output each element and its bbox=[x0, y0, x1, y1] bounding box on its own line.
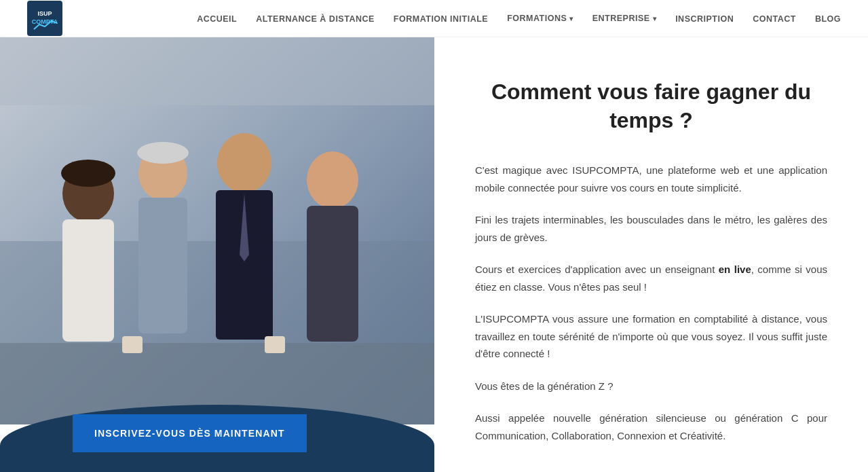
nav-item-inscription[interactable]: INSCRIPTION bbox=[675, 12, 734, 24]
content-paragraph-4: L'ISUPCOMPTA vous assure une formation e… bbox=[475, 310, 827, 363]
nav-link-contact[interactable]: CONTACT bbox=[753, 14, 796, 24]
content-paragraph-6: Aussi appelée nouvelle génération silenc… bbox=[475, 410, 827, 444]
nav-item-accueil[interactable]: ACCUEIL bbox=[197, 12, 237, 24]
svg-rect-10 bbox=[138, 198, 187, 333]
left-panel: INSCRIVEZ-VOUS DÈS MAINTENANT bbox=[0, 37, 434, 472]
section-title: Comment vous faire gagner du temps ? bbox=[475, 78, 827, 134]
nav-link-formation-initiale[interactable]: FORMATION INITIALE bbox=[394, 14, 488, 24]
nav-item-blog[interactable]: BLOG bbox=[815, 12, 841, 24]
svg-rect-7 bbox=[62, 219, 114, 342]
nav-item-entreprise[interactable]: ENTREPRISE bbox=[592, 14, 656, 23]
nav-item-alternance[interactable]: ALTERNANCE À DISTANCE bbox=[256, 12, 375, 24]
svg-rect-20 bbox=[265, 336, 285, 353]
nav-links: ACCUEIL ALTERNANCE À DISTANCE FORMATION … bbox=[197, 12, 841, 24]
nav-item-contact[interactable]: CONTACT bbox=[753, 12, 796, 24]
main-container: INSCRIVEZ-VOUS DÈS MAINTENANT Comment vo… bbox=[0, 37, 868, 472]
svg-text:ISUP: ISUP bbox=[37, 10, 52, 17]
content-paragraph-3: Cours et exercices d'application avec un… bbox=[475, 261, 827, 295]
svg-point-12 bbox=[217, 133, 271, 193]
svg-rect-19 bbox=[122, 336, 143, 353]
nav-item-formations[interactable]: FORMATIONS bbox=[507, 14, 573, 23]
content-paragraph-5: Vous êtes de la génération Z ? bbox=[475, 378, 827, 395]
nav-link-accueil[interactable]: ACCUEIL bbox=[197, 14, 237, 24]
cta-button[interactable]: INSCRIVEZ-VOUS DÈS MAINTENANT bbox=[73, 414, 307, 452]
svg-rect-16 bbox=[307, 206, 358, 342]
hero-image-svg bbox=[0, 37, 434, 424]
content-paragraph-1: C'est magique avec ISUPCOMPTA, une plate… bbox=[475, 162, 827, 196]
logo[interactable]: ISUP COMPTA bbox=[27, 1, 62, 36]
svg-point-15 bbox=[307, 151, 358, 208]
svg-point-11 bbox=[137, 142, 189, 164]
svg-point-8 bbox=[61, 160, 115, 187]
nav-link-blog[interactable]: BLOG bbox=[815, 14, 841, 24]
logo-icon: ISUP COMPTA bbox=[27, 1, 62, 36]
svg-rect-17 bbox=[0, 37, 434, 105]
nav-link-alternance[interactable]: ALTERNANCE À DISTANCE bbox=[256, 14, 375, 24]
nav-link-formations[interactable]: FORMATIONS bbox=[507, 14, 573, 23]
nav-item-formation-initiale[interactable]: FORMATION INITIALE bbox=[394, 12, 488, 24]
content-paragraph-2: Fini les trajets interminables, les bous… bbox=[475, 211, 827, 246]
right-panel: Comment vous faire gagner du temps ? C'e… bbox=[434, 37, 868, 472]
navbar: ISUP COMPTA ACCUEIL ALTERNANCE À DISTANC… bbox=[0, 0, 868, 37]
hero-image bbox=[0, 37, 434, 424]
nav-link-inscription[interactable]: INSCRIPTION bbox=[675, 14, 734, 24]
nav-link-entreprise[interactable]: ENTREPRISE bbox=[592, 14, 656, 23]
